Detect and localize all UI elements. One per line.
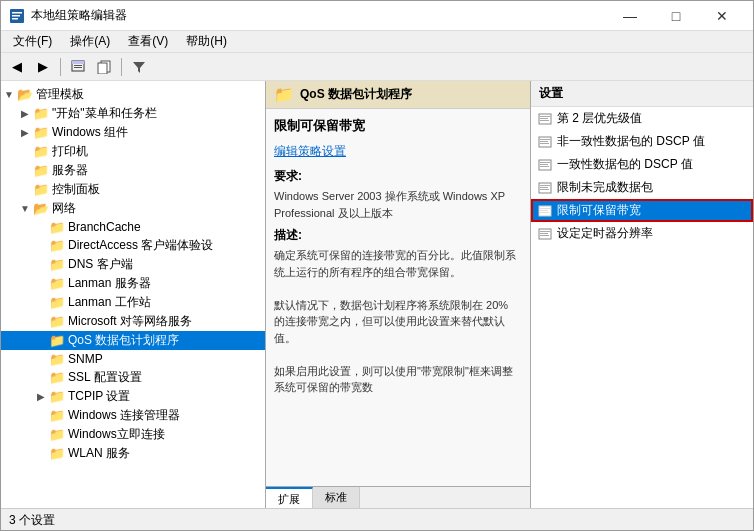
tree-item-network[interactable]: ▼ 📂 网络 — [1, 199, 265, 218]
requirements-section: 要求: Windows Server 2003 操作系统或 Windows XP… — [274, 168, 522, 221]
tab-extend[interactable]: 扩展 — [266, 487, 313, 508]
tree-label: BranchCache — [68, 220, 141, 234]
up-button[interactable] — [66, 56, 90, 78]
minimize-button[interactable]: — — [607, 1, 653, 31]
menu-view[interactable]: 查看(V) — [120, 31, 176, 52]
requirements-text: Windows Server 2003 操作系统或 Windows XP Pro… — [274, 188, 522, 221]
svg-rect-30 — [540, 212, 549, 213]
middle-header-title: QoS 数据包计划程序 — [300, 86, 412, 103]
tree-item-lanman-workstation[interactable]: ▶ 📁 Lanman 工作站 — [1, 293, 265, 312]
svg-rect-34 — [540, 235, 549, 236]
forward-button[interactable]: ▶ — [31, 56, 55, 78]
right-item-label: 设定定时器分辨率 — [557, 225, 653, 242]
tree-item-dns-client[interactable]: ▶ 📁 DNS 客户端 — [1, 255, 265, 274]
maximize-button[interactable]: □ — [653, 1, 699, 31]
tree-item-branchcache[interactable]: ▶ 📁 BranchCache — [1, 218, 265, 236]
tree-item-start-menu[interactable]: ▶ 📁 "开始"菜单和任务栏 — [1, 104, 265, 123]
right-item-limit-outstanding[interactable]: 限制未完成数据包 — [531, 176, 753, 199]
folder-icon: 📁 — [49, 238, 65, 254]
toggle-icon: ▼ — [17, 201, 33, 217]
menu-file[interactable]: 文件(F) — [5, 31, 60, 52]
close-button[interactable]: ✕ — [699, 1, 745, 31]
title-bar-left: 本地组策略编辑器 — [9, 7, 127, 24]
folder-icon: 📁 — [49, 333, 65, 349]
right-item-layer2-priority[interactable]: 第 2 层优先级值 — [531, 107, 753, 130]
middle-panel: 📁 QoS 数据包计划程序 限制可保留带宽 编辑策略设置 要求: Windows… — [266, 81, 531, 508]
svg-rect-20 — [540, 162, 550, 163]
tree-label: Windows立即连接 — [68, 426, 165, 443]
description-title: 描述: — [274, 227, 522, 244]
svg-rect-2 — [12, 15, 20, 17]
svg-rect-3 — [12, 18, 18, 20]
tree-item-wlan[interactable]: ▶ 📁 WLAN 服务 — [1, 444, 265, 463]
tree-item-snmp[interactable]: ▶ 📁 SNMP — [1, 350, 265, 368]
settings-icon — [537, 203, 553, 219]
right-panel-header: 设置 — [531, 81, 753, 107]
folder-icon: 📁 — [49, 257, 65, 273]
tree-label: SSL 配置设置 — [68, 369, 142, 386]
folder-icon: 📁 — [49, 370, 65, 386]
folder-icon: 📁 — [49, 408, 65, 424]
tree-item-microsoft-p2p[interactable]: ▶ 📁 Microsoft 对等网络服务 — [1, 312, 265, 331]
description-section: 描述: 确定系统可保留的连接带宽的百分比。此值限制系统上运行的所有程序的组合带宽… — [274, 227, 522, 396]
tree-label: "开始"菜单和任务栏 — [52, 105, 157, 122]
main-area: ▼ 📂 管理模板 ▶ 📁 "开始"菜单和任务栏 ▶ 📁 Windows 组件 ▶… — [1, 81, 753, 508]
tree-item-lanman-server[interactable]: ▶ 📁 Lanman 服务器 — [1, 274, 265, 293]
tree-label: 服务器 — [52, 162, 88, 179]
svg-rect-29 — [540, 210, 548, 211]
copy-button[interactable] — [92, 56, 116, 78]
middle-header: 📁 QoS 数据包计划程序 — [266, 81, 530, 109]
folder-open-icon: 📂 — [33, 201, 49, 217]
svg-rect-12 — [540, 116, 550, 117]
svg-rect-17 — [540, 141, 548, 142]
settings-icon — [537, 111, 553, 127]
back-button[interactable]: ◀ — [5, 56, 29, 78]
folder-icon: 📁 — [49, 427, 65, 443]
toggle-icon: ▼ — [1, 87, 17, 103]
tree-item-printer[interactable]: ▶ 📁 打印机 — [1, 142, 265, 161]
menu-action[interactable]: 操作(A) — [62, 31, 118, 52]
tree-item-wsc[interactable]: ▶ 📁 Windows立即连接 — [1, 425, 265, 444]
tree-panel: ▼ 📂 管理模板 ▶ 📁 "开始"菜单和任务栏 ▶ 📁 Windows 组件 ▶… — [1, 81, 266, 508]
right-item-inconsistent-dscp[interactable]: 非一致性数据包的 DSCP 值 — [531, 130, 753, 153]
tree-item-directaccess[interactable]: ▶ 📁 DirectAccess 客户端体验设 — [1, 236, 265, 255]
tree-item-control-panel[interactable]: ▶ 📁 控制面板 — [1, 180, 265, 199]
svg-rect-7 — [74, 67, 82, 68]
edit-policy-link[interactable]: 编辑策略设置 — [274, 143, 522, 160]
right-item-timer-resolution[interactable]: 设定定时器分辨率 — [531, 222, 753, 245]
tree-item-server[interactable]: ▶ 📁 服务器 — [1, 161, 265, 180]
svg-rect-18 — [540, 143, 549, 144]
tree-item-admin-templates[interactable]: ▼ 📂 管理模板 — [1, 85, 265, 104]
svg-rect-24 — [540, 185, 550, 186]
right-item-limit-bandwidth[interactable]: 限制可保留带宽 — [531, 199, 753, 222]
menu-help[interactable]: 帮助(H) — [178, 31, 235, 52]
tree-item-windows-connection[interactable]: ▶ 📁 Windows 连接管理器 — [1, 406, 265, 425]
svg-rect-33 — [540, 233, 548, 234]
folder-icon: 📁 — [33, 182, 49, 198]
up-icon — [71, 60, 85, 74]
svg-rect-25 — [540, 187, 548, 188]
toolbar-separator-1 — [60, 58, 61, 76]
svg-rect-5 — [72, 61, 84, 64]
tree-item-tcpip[interactable]: ▶ 📁 TCPIP 设置 — [1, 387, 265, 406]
filter-button[interactable] — [127, 56, 151, 78]
status-text: 3 个设置 — [9, 512, 55, 529]
tree-item-windows-components[interactable]: ▶ 📁 Windows 组件 — [1, 123, 265, 142]
svg-rect-28 — [540, 208, 550, 209]
svg-rect-21 — [540, 164, 548, 165]
window-title: 本地组策略编辑器 — [31, 7, 127, 24]
settings-icon — [537, 134, 553, 150]
tree-item-qos[interactable]: ▶ 📁 QoS 数据包计划程序 — [1, 331, 265, 350]
description-text: 确定系统可保留的连接带宽的百分比。此值限制系统上运行的所有程序的组合带宽保留。 … — [274, 247, 522, 396]
right-item-consistent-dscp[interactable]: 一致性数据包的 DSCP 值 — [531, 153, 753, 176]
right-item-label: 限制可保留带宽 — [557, 202, 641, 219]
policy-title: 限制可保留带宽 — [274, 117, 522, 135]
middle-tabs: 扩展 标准 — [266, 486, 530, 508]
toggle-icon: ▶ — [17, 106, 33, 122]
settings-icon — [537, 226, 553, 242]
tree-label: Lanman 服务器 — [68, 275, 151, 292]
tree-label: QoS 数据包计划程序 — [68, 332, 179, 349]
tab-standard[interactable]: 标准 — [313, 487, 360, 508]
svg-rect-16 — [540, 139, 550, 140]
tree-item-ssl[interactable]: ▶ 📁 SSL 配置设置 — [1, 368, 265, 387]
